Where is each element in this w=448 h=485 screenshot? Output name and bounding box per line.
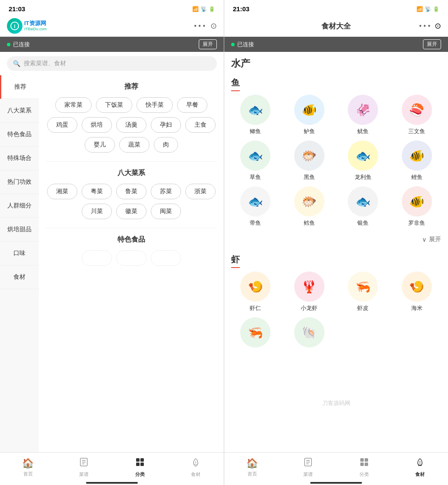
more-icon-right[interactable]: • • • (419, 22, 430, 30)
svg-rect-8 (136, 463, 140, 466)
luyu-img: 🐠 (294, 95, 324, 125)
food-item-longliyu[interactable]: 🐟 龙利鱼 (339, 140, 388, 181)
more-icon[interactable]: • • • (194, 22, 205, 30)
home-label-right: 首页 (248, 471, 257, 477)
haimi-img: 🍤 (402, 271, 432, 302)
phone-left: 21:03 📶 📡 🔋 i IT资源网 ITBaiDu.com (0, 0, 224, 485)
sidebar-item-ingredients[interactable]: 食材 (0, 265, 39, 289)
tag-special-1[interactable] (82, 250, 112, 266)
food-item-sanwenyu[interactable]: 🍣 三文鱼 (393, 95, 442, 135)
caoyu-img: 🐟 (240, 140, 270, 171)
tag-min-cuisine[interactable]: 闽菜 (151, 204, 181, 219)
food-item-xiapi[interactable]: 🦐 虾皮 (339, 271, 388, 312)
food-item-luyu[interactable]: 🐠 鲈鱼 (285, 95, 334, 135)
nav-ingredients-right[interactable]: 食材 (392, 453, 448, 482)
svg-rect-6 (136, 458, 140, 462)
expand-button-right[interactable]: 展开 (423, 39, 441, 49)
tag-baby[interactable]: 婴儿 (85, 137, 115, 153)
sidebar-item-eight-cuisines[interactable]: 八大菜系 (0, 99, 39, 123)
target-icon-right[interactable]: ⊙ (435, 21, 441, 31)
tag-yue-cuisine[interactable]: 粤菜 (82, 184, 112, 199)
target-icon[interactable]: ⊙ (210, 21, 217, 31)
nav-home-left[interactable]: 🏠 首页 (0, 453, 56, 482)
sidebar-item-special-food[interactable]: 特色食品 (0, 123, 39, 147)
luofeiyu-name: 罗非鱼 (408, 219, 425, 227)
tag-rice-dishes[interactable]: 下饭菜 (96, 97, 132, 113)
food-item-yinyu[interactable]: 🐟 银鱼 (339, 186, 388, 227)
search-area: 🔍 搜索菜谱、食材 (0, 52, 224, 75)
sidebar-item-special-occasion[interactable]: 特殊场合 (0, 147, 39, 170)
connected-text-right: 已连接 (237, 41, 254, 48)
tag-special-3[interactable] (151, 250, 181, 266)
signal-icon: 📶 (192, 6, 199, 12)
food-item-luofeiyu[interactable]: 🐠 罗非鱼 (393, 186, 442, 227)
fish-category-header: 鱼 (231, 70, 441, 95)
food-item-xueyu[interactable]: 🐡 鳕鱼 (285, 186, 334, 227)
bottom-nav-left: 🏠 首页 菜谱 (0, 452, 224, 482)
food-content: 鱼 🐟 鲫鱼 🐠 鲈鱼 🦑 鱿鱼 🍣 三文鱼 (224, 70, 448, 452)
header-actions-left: • • • ⊙ (194, 21, 217, 31)
sidebar-item-flavor[interactable]: 口味 (0, 242, 39, 265)
food-item-heiyu[interactable]: 🐡 黑鱼 (285, 140, 334, 181)
food-item-haimi[interactable]: 🍤 海米 (393, 271, 442, 312)
tag-quick-cooking[interactable]: 快手菜 (137, 97, 173, 113)
tag-pregnant[interactable]: 孕妇 (151, 117, 181, 133)
tag-breakfast[interactable]: 早餐 (177, 97, 207, 113)
ingredients-label-right: 食材 (415, 471, 425, 478)
search-icon: 🔍 (13, 60, 20, 67)
nav-recipes-left[interactable]: 菜谱 (56, 453, 112, 482)
youyu-img: 🦑 (348, 95, 378, 125)
tag-eggs[interactable]: 鸡蛋 (47, 117, 77, 133)
tag-vegetables[interactable]: 蔬菜 (119, 137, 149, 153)
nav-classify-right[interactable]: 分类 (336, 453, 392, 482)
food-item-xiaolongxia[interactable]: 🦞 小龙虾 (285, 271, 334, 312)
yinyu-img: 🐟 (348, 186, 378, 217)
expand-button-left[interactable]: 展开 (199, 39, 217, 49)
nav-home-right[interactable]: 🏠 首页 (224, 453, 280, 482)
nav-ingredients-left[interactable]: 食材 (168, 453, 224, 482)
page-title: 水产 (231, 58, 250, 69)
food-item-jiyu[interactable]: 🐟 鲫鱼 (231, 95, 280, 135)
tag-zhe-cuisine[interactable]: 浙菜 (185, 184, 216, 199)
food-item-shrimp-6[interactable]: 🐚 (285, 317, 334, 350)
sidebar-item-popular-effects[interactable]: 热门功效 (0, 170, 39, 194)
home-indicator-left (0, 482, 224, 485)
food-item-shrimp-5[interactable]: 🦐 (231, 317, 280, 350)
app-logo[interactable]: i IT资源网 ITBaiDu.com (7, 18, 47, 34)
sidebar-item-baking[interactable]: 烘培甜品 (0, 218, 39, 242)
tag-baking[interactable]: 烘培 (82, 117, 112, 133)
section-title-eight-cuisines: 八大菜系 (46, 169, 217, 178)
food-item-liyu[interactable]: 🐠 鲤鱼 (393, 140, 442, 181)
ingredients-icon-right (415, 457, 425, 469)
tag-home-cooking[interactable]: 家常菜 (55, 97, 92, 113)
haimi-name: 海米 (411, 304, 423, 312)
home-indicator-right (224, 482, 448, 485)
nav-recipes-right[interactable]: 菜谱 (280, 453, 337, 482)
tag-chuan-cuisine[interactable]: 川菜 (82, 204, 112, 219)
food-item-daiyu[interactable]: 🐟 带鱼 (231, 186, 280, 227)
shrimp-category-header: 虾 (231, 247, 441, 271)
sidebar-item-crowd[interactable]: 人群细分 (0, 194, 39, 218)
search-input-box[interactable]: 🔍 搜索菜谱、食材 (7, 56, 217, 71)
shrimp-title: 虾 (231, 254, 240, 268)
food-item-xiaren[interactable]: 🍤 虾仁 (231, 271, 280, 312)
food-item-youyu[interactable]: 🦑 鱿鱼 (339, 95, 388, 135)
luofeiyu-img: 🐠 (402, 186, 432, 217)
tag-hui-cuisine[interactable]: 徽菜 (116, 204, 146, 219)
tag-staple-food[interactable]: 主食 (185, 117, 216, 133)
tag-meat[interactable]: 肉 (154, 137, 178, 153)
nav-classify-left[interactable]: 分类 (112, 453, 168, 482)
fish-expand-row[interactable]: ∨ 展开 (231, 232, 441, 247)
ingredients-label: 食材 (191, 471, 200, 478)
tag-soup[interactable]: 汤羹 (116, 117, 146, 133)
recipes-label-right: 菜谱 (303, 471, 313, 478)
food-item-caoyu[interactable]: 🐟 草鱼 (231, 140, 280, 181)
heiyu-name: 黑鱼 (304, 173, 315, 181)
tag-su-cuisine[interactable]: 苏菜 (151, 184, 181, 199)
sidebar-item-recommended[interactable]: 推荐 (0, 75, 39, 99)
tag-special-2[interactable] (116, 250, 146, 266)
tag-lu-cuisine[interactable]: 鲁菜 (116, 184, 146, 199)
tag-xiang-cuisine[interactable]: 湘菜 (47, 184, 77, 199)
time-right: 21:03 (233, 5, 249, 13)
daiyu-img: 🐟 (240, 186, 270, 217)
